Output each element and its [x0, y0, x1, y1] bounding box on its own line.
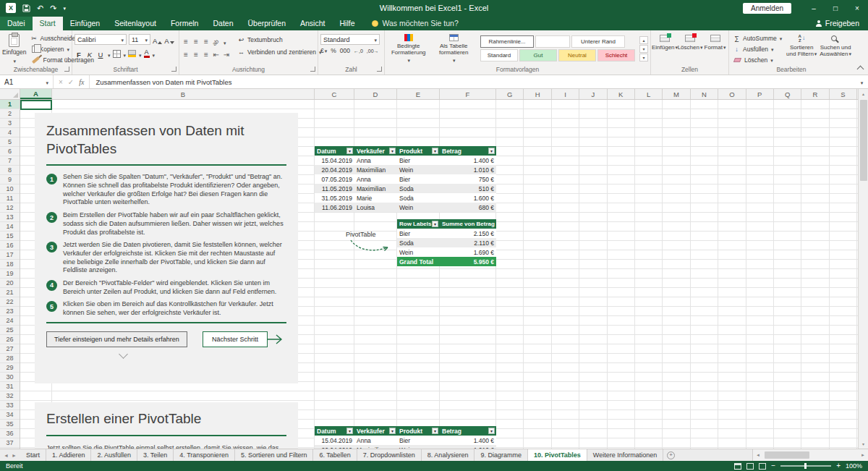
row-header[interactable]: 30 [0, 373, 20, 382]
pivot-row[interactable]: Wein 1.690 € [397, 247, 496, 257]
zoom-slider[interactable] [780, 465, 831, 467]
row-header[interactable]: 32 [0, 391, 20, 401]
filter-dropdown-icon[interactable] [488, 148, 495, 154]
sort-filter-button[interactable]: AZ↓ Sortieren und Filtern [786, 32, 817, 65]
gallery-up-icon[interactable]: ▴ [639, 36, 648, 44]
cell-produkt[interactable]: Wein [397, 166, 440, 174]
normal-view-icon[interactable] [734, 463, 741, 470]
scroll-down-icon[interactable]: ▾ [862, 439, 864, 449]
paste-button[interactable]: Einfügen [2, 32, 27, 65]
cell-produkt[interactable]: Soda [397, 195, 440, 202]
pivot-row-label[interactable]: Wein [397, 249, 440, 256]
table-header-datum[interactable]: Datum [315, 146, 354, 156]
orientation-icon[interactable]: ab [211, 35, 223, 47]
row-header[interactable]: 28 [0, 354, 20, 363]
collapse-ribbon-icon[interactable] [857, 66, 864, 73]
cell-datum[interactable]: 11.05.2019 [315, 185, 354, 192]
row-header[interactable]: 12 [0, 203, 20, 213]
column-header[interactable]: M [663, 89, 690, 99]
pivot-row-label[interactable]: Bier [397, 230, 440, 237]
cell-betrag[interactable]: 1.010 € [440, 446, 496, 449]
undo-icon[interactable]: ↶ [37, 4, 43, 12]
row-header[interactable]: 9 [0, 175, 20, 184]
zoom-level[interactable]: 100% [846, 462, 862, 470]
pivot-header-row-labels[interactable]: Row Labels [397, 219, 440, 229]
horizontal-scrollbar[interactable]: ◄ ► [752, 449, 868, 461]
dialog-launcher-icon[interactable] [64, 67, 69, 72]
cell-datum[interactable]: 15.04.2019 [315, 157, 354, 164]
delete-cells-button[interactable]: Löschen [678, 32, 702, 65]
table-header-betrag[interactable]: Betrag [440, 426, 496, 436]
pivot-row-label[interactable]: Soda [397, 239, 440, 247]
fill-color-icon[interactable] [128, 50, 136, 55]
find-select-button[interactable]: Suchen und Auswählen [820, 32, 851, 65]
comma-style-icon[interactable]: 000 [340, 47, 350, 54]
row-header[interactable]: 18 [0, 260, 20, 269]
select-all-button[interactable] [0, 89, 20, 99]
filter-dropdown-icon[interactable] [346, 428, 353, 434]
cell-betrag[interactable]: 1.400 € [440, 157, 496, 164]
cell-produkt[interactable]: Bier [397, 157, 440, 164]
cell-produkt[interactable]: Bier [397, 176, 440, 183]
scroll-up-icon[interactable]: ▴ [862, 89, 864, 98]
row-header[interactable]: 13 [0, 213, 20, 222]
cell-datum[interactable]: 11.06.2019 [315, 204, 354, 211]
align-bottom-icon[interactable]: ≡ [202, 38, 210, 46]
ribbon-tab[interactable]: Start [33, 17, 63, 30]
row-header[interactable]: 34 [0, 410, 20, 420]
table-header-produkt[interactable]: Produkt [397, 146, 440, 156]
pivot-header-summe[interactable]: Summe von Betrag [440, 219, 496, 229]
sheet-tab[interactable]: Weitere Informationen [587, 449, 663, 461]
table-header-produkt[interactable]: Produkt [397, 426, 440, 436]
filter-dropdown-icon[interactable] [432, 428, 438, 434]
column-header[interactable]: G [496, 89, 524, 99]
column-header[interactable]: S [830, 89, 857, 99]
pivot-row-value[interactable]: 2.150 € [440, 230, 496, 237]
bold-button[interactable]: F [75, 49, 83, 59]
sheet-tab[interactable]: 2. Ausfüllen [91, 449, 137, 461]
borders-icon[interactable] [113, 50, 121, 58]
paste-dropdown-icon[interactable] [13, 58, 17, 64]
table-header-verkaeufer[interactable]: Verkäufer [354, 146, 397, 156]
table-row[interactable]: 11.06.2019 Louisa Wein 680 € [315, 203, 496, 212]
align-right-icon[interactable]: ≡ [202, 51, 210, 59]
column-header[interactable]: E [397, 89, 440, 99]
row-header[interactable]: 7 [0, 156, 20, 166]
minimize-button[interactable]: – [803, 0, 825, 16]
vertical-scroll-thumb[interactable] [860, 100, 867, 181]
page-break-view-icon[interactable] [759, 463, 766, 470]
fill-button[interactable]: ↓Ausfüllen [731, 44, 783, 54]
table-row[interactable]: 11.05.2019 Maximilian Soda 510 € [315, 184, 496, 193]
column-header[interactable]: F [440, 89, 496, 99]
cell-datum[interactable]: 31.05.2019 [315, 195, 354, 202]
name-box[interactable]: A1 [0, 75, 54, 88]
decrease-decimal-icon[interactable]: ,00→ [367, 48, 379, 54]
cell-betrag[interactable]: 1.010 € [440, 166, 496, 174]
column-header[interactable]: K [608, 89, 635, 99]
row-header[interactable]: 25 [0, 326, 20, 335]
column-header[interactable]: I [552, 89, 579, 99]
cell-verkaeufer[interactable]: Anna [354, 157, 397, 164]
cell-produkt[interactable]: Wein [397, 204, 440, 211]
cell-verkaeufer[interactable]: Maximilian [354, 185, 397, 192]
row-header[interactable]: 15 [0, 232, 20, 241]
gallery-more-icon[interactable]: ▾ [639, 54, 648, 61]
maximize-button[interactable]: □ [825, 0, 846, 16]
insert-cells-button[interactable]: Einfügen [653, 32, 676, 65]
table-row[interactable]: 20.04.2019 Maximilian Wein 1.010 € [315, 165, 496, 174]
cell-produkt[interactable]: Wein [397, 446, 440, 449]
sheet-tab[interactable]: 7. Dropdownlisten [357, 449, 422, 461]
underline-button[interactable]: U [96, 49, 105, 59]
column-header[interactable]: N [691, 89, 718, 99]
dialog-launcher-icon[interactable] [310, 67, 315, 72]
dialog-launcher-icon[interactable] [377, 67, 382, 72]
cell-produkt[interactable]: Bier [397, 437, 440, 444]
zoom-in-icon[interactable]: + [836, 462, 841, 470]
grow-font-button[interactable]: A [153, 35, 162, 44]
ribbon-tab[interactable]: Hilfe [332, 17, 362, 30]
row-header[interactable]: 31 [0, 382, 20, 391]
cell-datum[interactable]: 07.05.2019 [315, 176, 354, 183]
pivot-row[interactable]: Soda 2.110 € [397, 238, 496, 247]
cell-betrag[interactable]: 1.600 € [440, 195, 496, 202]
enter-icon[interactable]: ✓ [68, 78, 74, 86]
